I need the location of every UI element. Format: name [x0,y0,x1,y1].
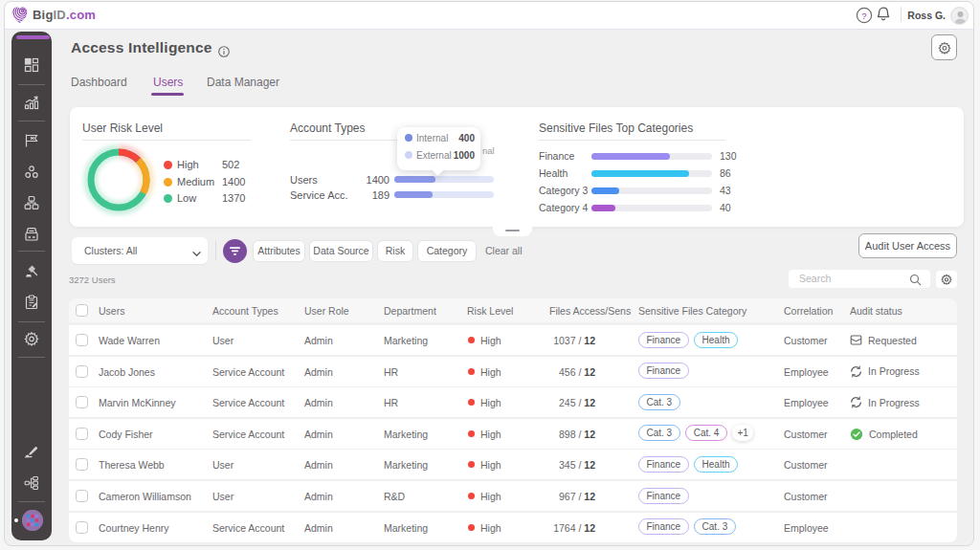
svg-text:?: ? [861,11,866,21]
